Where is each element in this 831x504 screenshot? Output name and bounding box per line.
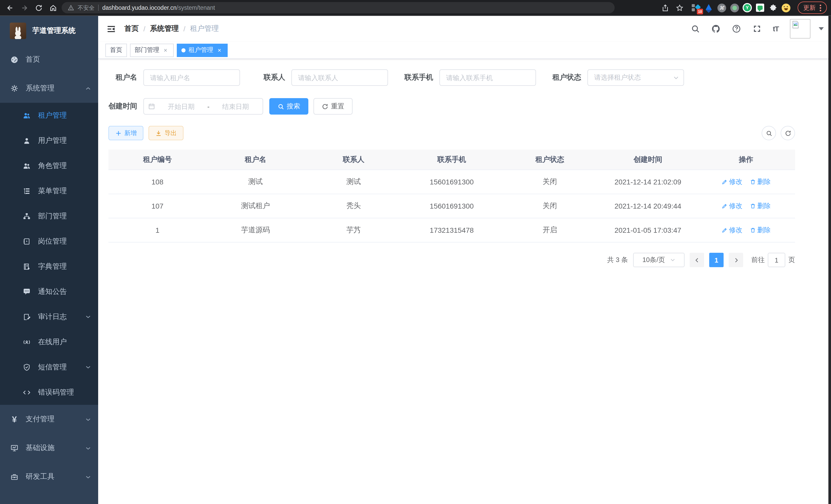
contact-input[interactable] — [291, 69, 388, 86]
github-icon[interactable] — [711, 24, 720, 33]
page-number-current[interactable]: 1 — [709, 253, 724, 267]
url-text[interactable]: dashboard.yudao.iocoder.cn/system/tenant — [102, 5, 215, 11]
header-search-icon[interactable] — [691, 24, 700, 33]
reload-icon[interactable] — [33, 2, 44, 13]
forward-icon[interactable] — [19, 2, 30, 13]
sidebar-item-label: 系统管理 — [26, 84, 55, 93]
search-button[interactable]: 搜索 — [269, 98, 308, 115]
sidebar-item-pay[interactable]: ¥ 支付管理 — [0, 405, 98, 434]
chevron-up-icon — [85, 86, 91, 91]
sidebar-item-menu[interactable]: 菜单管理 — [0, 178, 98, 203]
back-icon[interactable] — [4, 2, 16, 13]
cell-tenant-name: 测试租户 — [207, 201, 305, 211]
delete-link[interactable]: 删除 — [749, 177, 771, 186]
logo-image — [10, 22, 26, 39]
plus-icon — [115, 130, 122, 137]
mobile-input[interactable] — [439, 69, 536, 86]
column-header: 租户状态 — [501, 155, 599, 164]
ext-kite-icon[interactable] — [704, 3, 713, 12]
avatar[interactable] — [790, 19, 810, 38]
edit-link[interactable]: 修改 — [721, 177, 742, 186]
sidebar-item-sms[interactable]: 短信管理 — [0, 355, 98, 380]
avatar-caret-icon[interactable] — [819, 27, 824, 30]
edit-link[interactable]: 修改 — [721, 201, 742, 211]
bookmark-star-icon[interactable] — [674, 2, 685, 13]
reset-button-label: 重置 — [331, 102, 344, 111]
sidebar-item-label: 租户管理 — [38, 111, 67, 120]
mobile-label: 联系手机 — [404, 73, 439, 82]
status-select[interactable]: 请选择租户状态 — [588, 69, 684, 86]
sidebar-item-post[interactable]: 岗位管理 — [0, 229, 98, 254]
edit-icon — [721, 179, 727, 185]
ext-chat-icon[interactable] — [755, 3, 765, 12]
ext-command-icon[interactable]: ⌘ — [717, 3, 726, 12]
share-icon[interactable] — [659, 2, 671, 13]
sidebar-item-tenant[interactable]: 租户管理 — [0, 103, 98, 128]
yen-icon: ¥ — [10, 415, 19, 423]
close-icon[interactable] — [216, 47, 223, 54]
sidebar-submenu-system: 租户管理 用户管理 角色管理 — [0, 103, 98, 405]
ext-record-icon[interactable] — [730, 3, 739, 12]
browser-scrollbar[interactable] — [828, 16, 831, 504]
goto-page-input[interactable] — [768, 253, 785, 267]
help-icon[interactable] — [732, 24, 741, 33]
add-button[interactable]: 新增 — [109, 126, 143, 140]
end-date-input[interactable] — [212, 102, 258, 111]
sidebar-item-error-code[interactable]: 错误码管理 — [0, 380, 98, 405]
sidebar-item-devtools[interactable]: 研发工具 — [0, 463, 98, 491]
ext-pinned-grid-icon[interactable]: 10 — [691, 3, 700, 12]
extensions-puzzle-icon[interactable] — [768, 3, 778, 12]
start-date-input[interactable] — [158, 102, 204, 111]
gear-icon — [10, 84, 19, 92]
sidebar-item-online-user[interactable]: 在线用户 — [0, 329, 98, 355]
delete-link[interactable]: 删除 — [749, 226, 771, 235]
home-icon[interactable] — [47, 2, 59, 13]
close-icon[interactable] — [162, 47, 169, 54]
show-search-button[interactable] — [762, 126, 776, 140]
delete-link[interactable]: 删除 — [749, 201, 771, 211]
sidebar-item-role[interactable]: 角色管理 — [0, 153, 98, 178]
tab-dept[interactable]: 部门管理 — [130, 43, 174, 57]
export-button[interactable]: 导出 — [148, 126, 183, 140]
browser-menu-icon[interactable] — [820, 4, 821, 11]
tab-home[interactable]: 首页 — [105, 43, 127, 57]
sidebar-item-home[interactable]: 首页 — [0, 45, 98, 74]
ext-yudao-icon[interactable]: Y — [743, 3, 752, 12]
tab-tenant[interactable]: 租户管理 — [177, 43, 228, 57]
chevron-down-icon — [85, 474, 91, 480]
sidebar-item-infra[interactable]: 基础设施 — [0, 434, 98, 463]
column-header: 租户名 — [207, 155, 305, 164]
breadcrumb-home[interactable]: 首页 — [124, 24, 139, 33]
prev-page-button[interactable] — [690, 253, 704, 267]
sidebar-item-system[interactable]: 系统管理 — [0, 74, 98, 103]
address-bar[interactable]: 不安全 dashboard.yudao.iocoder.cn/system/te… — [62, 2, 614, 13]
extensions-row: 10 ⌘ Y — [691, 3, 791, 12]
edit-link[interactable]: 修改 — [721, 226, 742, 235]
date-range-picker[interactable]: - — [143, 98, 263, 115]
next-page-button[interactable] — [729, 253, 743, 267]
tenant-name-input[interactable] — [143, 69, 240, 86]
add-button-label: 新增 — [124, 129, 137, 138]
security-label[interactable]: 不安全 — [78, 4, 94, 11]
sidebar-item-dict[interactable]: 字典管理 — [0, 254, 98, 279]
sidebar-item-user[interactable]: 用户管理 — [0, 128, 98, 153]
font-size-icon[interactable]: tT — [773, 25, 779, 33]
message-icon — [23, 288, 31, 296]
reset-button[interactable]: 重置 — [314, 98, 352, 115]
sidebar-item-audit-log[interactable]: 审计日志 — [0, 304, 98, 329]
contact-label: 联系人 — [256, 73, 291, 82]
online-user-icon — [23, 338, 31, 346]
sidebar-item-notice[interactable]: 通知公告 — [0, 279, 98, 304]
ext-emoji-icon[interactable] — [781, 3, 791, 12]
sidebar-item-label: 研发工具 — [26, 472, 55, 481]
page-size-select[interactable]: 10条/页 — [633, 253, 685, 267]
browser-update-button[interactable]: 更新 — [798, 2, 827, 14]
refresh-table-button[interactable] — [781, 126, 795, 140]
sidebar-item-label: 用户管理 — [38, 136, 67, 145]
sidebar-item-dept[interactable]: 部门管理 — [0, 203, 98, 229]
breadcrumb-section[interactable]: 系统管理 — [150, 24, 179, 33]
sidebar-fold-icon[interactable] — [106, 24, 116, 34]
trash-icon — [749, 203, 756, 209]
fullscreen-icon[interactable] — [752, 24, 762, 33]
sidebar-logo[interactable]: 芋道管理系统 — [0, 16, 98, 45]
